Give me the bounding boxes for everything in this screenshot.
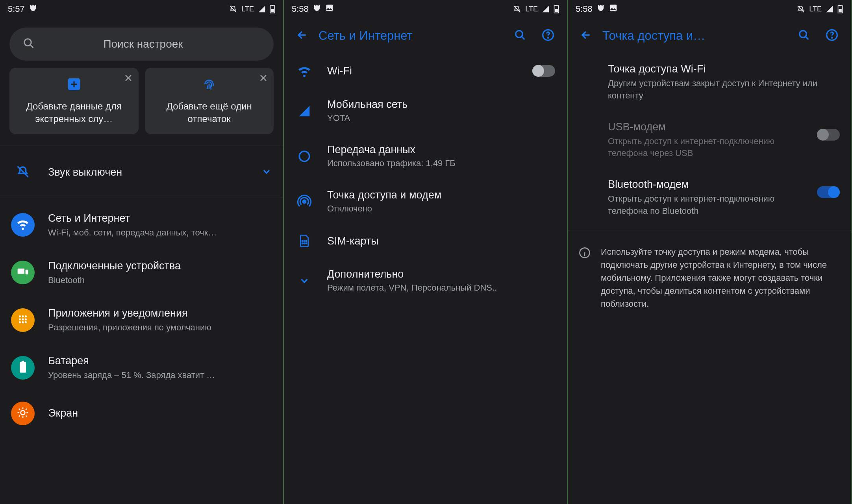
search-button[interactable]: [509, 25, 532, 46]
entry-title: Bluetooth-модем: [608, 178, 808, 191]
row-title: Приложения и уведомления: [48, 306, 272, 320]
wifi-toggle[interactable]: [532, 65, 555, 77]
status-bar: 5:57 LTE: [0, 0, 283, 18]
mute-icon: [229, 5, 237, 13]
info-text: Используйте точку доступа и режим модема…: [601, 245, 840, 310]
row-subtitle: Режим полета, VPN, Персональный DNS..: [327, 283, 555, 293]
bt-tether-toggle[interactable]: [817, 186, 840, 198]
status-time: 5:58: [292, 4, 309, 14]
back-button[interactable]: [291, 25, 314, 46]
status-bar: 5:58 LTE: [568, 0, 851, 18]
settings-root-screen: 5:57 LTE Поиск настроек: [0, 0, 284, 504]
signal-icon: [258, 5, 266, 13]
wifi-icon: [16, 217, 30, 232]
signal-icon: [542, 5, 550, 13]
svg-point-14: [22, 321, 24, 323]
svg-point-31: [302, 243, 303, 244]
settings-item-display[interactable]: Экран: [0, 391, 283, 425]
mute-icon: [796, 5, 805, 13]
signal-icon: [296, 105, 313, 117]
row-title: Дополнительно: [327, 268, 555, 280]
network-item-data-usage[interactable]: Передача данных Использовано трафика: 1,…: [284, 133, 567, 179]
svg-point-8: [22, 315, 24, 317]
close-icon[interactable]: [259, 73, 268, 84]
entry-subtitle: Открыть доступ к интернет-подключению те…: [608, 193, 808, 217]
sound-muted-row[interactable]: Звук выключен: [0, 150, 283, 195]
row-subtitle: Wi-Fi, моб. сети, передача данных, точк…: [48, 227, 272, 239]
svg-rect-21: [556, 5, 557, 6]
svg-point-29: [304, 241, 305, 241]
appbar-title: Точка доступа и…: [602, 29, 788, 43]
settings-item-connected-devices[interactable]: Подключенные устройства Bluetooth: [0, 249, 283, 296]
svg-point-28: [302, 241, 303, 241]
battery-icon: [19, 361, 27, 375]
search-settings[interactable]: Поиск настроек: [9, 28, 274, 61]
settings-item-apps-notifications[interactable]: Приложения и уведомления Разрешения, при…: [0, 296, 283, 344]
sim-card-icon: [296, 234, 313, 248]
svg-point-11: [22, 318, 24, 320]
suggestion-card-fingerprint[interactable]: Добавьте ещё один отпечаток: [145, 68, 274, 134]
svg-rect-37: [839, 9, 842, 12]
wifi-icon: [296, 64, 313, 78]
svg-point-18: [21, 411, 25, 415]
status-time: 5:57: [8, 4, 25, 14]
network-internet-screen: 5:58 LTE Сеть и Интернет Wi-Fi: [284, 0, 568, 504]
entry-title: Точка доступа Wi-Fi: [608, 63, 840, 75]
fox-icon: [596, 4, 605, 15]
row-subtitle: Уровень заряда – 51 %. Заряда хватит …: [48, 369, 272, 381]
svg-point-38: [800, 31, 807, 38]
svg-rect-17: [20, 362, 26, 372]
settings-item-battery[interactable]: Батарея Уровень заряда – 51 %. Заряда хв…: [0, 344, 283, 391]
help-button[interactable]: [536, 25, 560, 47]
bell-off-icon: [16, 165, 30, 180]
fox-icon: [29, 4, 37, 15]
hotspot-tethering-screen: 5:58 LTE Точка доступа и… Точка доступа …: [568, 0, 852, 504]
row-subtitle: Bluetooth: [48, 274, 272, 286]
hotspot-wifi-ap[interactable]: Точка доступа Wi-Fi Другим устройствам з…: [568, 54, 851, 111]
battery-icon: [554, 5, 559, 13]
network-label: LTE: [809, 5, 822, 13]
svg-rect-1: [272, 5, 273, 6]
hotspot-usb-tether: USB-модем Открыть доступ к интернет-подк…: [568, 111, 851, 169]
network-item-hotspot[interactable]: Точка доступа и модем Отключено: [284, 179, 567, 224]
status-time: 5:58: [576, 4, 593, 14]
svg-point-3: [24, 39, 31, 46]
image-icon: [325, 4, 334, 15]
entry-title: USB-модем: [608, 121, 808, 133]
settings-item-network[interactable]: Сеть и Интернет Wi-Fi, моб. сети, переда…: [0, 201, 283, 249]
svg-rect-5: [18, 269, 24, 274]
card-text: Добавьте ещё один отпечаток: [151, 100, 268, 126]
row-title: Мобильная сеть: [327, 98, 555, 111]
hotspot-icon: [296, 195, 313, 209]
svg-point-13: [19, 321, 21, 323]
appbar-title: Сеть и Интернет: [319, 29, 504, 43]
help-button[interactable]: [820, 25, 844, 47]
row-subtitle: Разрешения, приложения по умолчанию: [48, 322, 272, 334]
row-title: Wi-Fi: [327, 65, 518, 77]
close-icon[interactable]: [124, 73, 133, 84]
fingerprint-icon: [202, 77, 216, 93]
usb-tether-toggle: [817, 129, 840, 141]
apps-grid-icon: [17, 313, 29, 327]
search-button[interactable]: [793, 25, 815, 46]
svg-point-12: [25, 318, 27, 320]
brightness-icon: [17, 406, 29, 421]
app-bar: Сеть и Интернет: [284, 18, 567, 54]
row-title: Батарея: [48, 354, 272, 368]
network-item-wifi[interactable]: Wi-Fi: [284, 54, 567, 88]
back-button[interactable]: [575, 25, 598, 46]
card-text: Добавьте данные для экстренных слу…: [16, 100, 132, 126]
hotspot-bt-tether[interactable]: Bluetooth-модем Открыть доступ к интерне…: [568, 169, 851, 227]
devices-icon: [17, 265, 29, 280]
svg-point-40: [832, 37, 832, 38]
app-bar: Точка доступа и…: [568, 18, 851, 54]
network-item-mobile[interactable]: Мобильная сеть YOTA: [284, 88, 567, 133]
data-usage-icon: [296, 150, 313, 163]
svg-rect-6: [26, 270, 28, 274]
mute-icon: [513, 5, 521, 13]
divider: [0, 147, 283, 147]
network-item-advanced[interactable]: Дополнительно Режим полета, VPN, Персона…: [284, 258, 567, 303]
network-item-sim[interactable]: SIM-карты: [284, 224, 567, 258]
svg-point-26: [299, 151, 309, 161]
suggestion-card-emergency[interactable]: Добавьте данные для экстренных слу…: [9, 68, 139, 134]
